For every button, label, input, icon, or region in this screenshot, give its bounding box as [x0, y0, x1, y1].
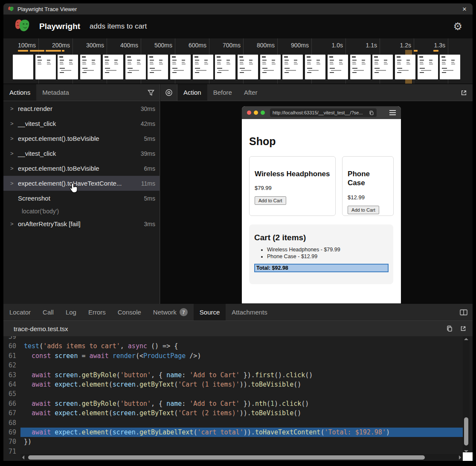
- timeline-frame-thumbnail[interactable]: [35, 55, 56, 79]
- code-text: await screen.getByRole('button', { name:…: [20, 399, 463, 408]
- code-line[interactable]: 71: [3, 447, 463, 454]
- action-row[interactable]: >expect.element().toBeVisible6ms: [3, 161, 160, 176]
- tab-errors[interactable]: Errors: [82, 304, 112, 320]
- tab-metadata[interactable]: Metadata: [36, 84, 75, 101]
- tab-log[interactable]: Log: [60, 304, 82, 320]
- tab-actions[interactable]: Actions: [3, 84, 36, 101]
- add-to-cart-button[interactable]: Add to Cart: [255, 196, 286, 205]
- timeline-frame-thumbnail[interactable]: [328, 55, 348, 79]
- timeline-frame-thumbnail[interactable]: [103, 55, 123, 79]
- line-number: 71: [3, 447, 20, 454]
- line-number: 68: [3, 418, 20, 428]
- pick-locator-target-icon[interactable]: [165, 89, 173, 96]
- action-label: onAfterRetryTask [fail]: [18, 220, 81, 227]
- timeline-frame-thumbnail[interactable]: [260, 55, 281, 79]
- source-file-bar: trace-demo.test.tsx: [3, 321, 473, 336]
- timeline-frame-thumbnail[interactable]: [282, 55, 303, 79]
- split-view-icon[interactable]: [460, 309, 467, 316]
- test-title: adds items to cart: [90, 22, 147, 31]
- action-label: expect.element().toBeVisible: [18, 135, 99, 142]
- vertical-scroll-thumb[interactable]: [464, 417, 468, 446]
- line-number: 64: [3, 380, 20, 389]
- code-line[interactable]: 64 await expect.element(screen.getByText…: [3, 380, 463, 389]
- timeline-frame-thumbnail[interactable]: [170, 55, 191, 79]
- tab-before[interactable]: Before: [207, 84, 238, 101]
- code-line[interactable]: 63 await screen.getByRole('button', { na…: [3, 370, 463, 380]
- browser-menu-icon[interactable]: [389, 109, 396, 116]
- action-row[interactable]: >__vitest_click42ms: [3, 116, 160, 131]
- timeline-frame-thumbnail[interactable]: [395, 55, 415, 79]
- action-duration: 5ms: [144, 135, 155, 142]
- code-line[interactable]: 69 await expect.element(screen.getByLabe…: [3, 428, 463, 437]
- action-row[interactable]: >onAfterRetryTask [fail]3ms: [3, 216, 160, 231]
- timeline-frame-thumbnail[interactable]: [193, 55, 213, 79]
- action-duration-bar: [30, 50, 44, 52]
- tab-after[interactable]: After: [238, 84, 264, 101]
- timeline-frame-thumbnail[interactable]: [215, 55, 235, 79]
- filter-icon[interactable]: [148, 90, 154, 96]
- timeline-frame-thumbnail[interactable]: [80, 55, 101, 79]
- timeline[interactable]: 100ms200ms300ms400ms500ms600ms700ms800ms…: [3, 38, 473, 84]
- action-label: react.render: [18, 105, 52, 112]
- code-line[interactable]: 66 await screen.getByRole('button', { na…: [3, 399, 463, 408]
- open-source-external-icon[interactable]: [460, 325, 467, 332]
- code-line[interactable]: 61 const screen = await render(<ProductP…: [3, 351, 463, 361]
- tab-attachments[interactable]: Attachments: [226, 304, 273, 320]
- tab-network[interactable]: Network7: [147, 304, 194, 320]
- source-code-view[interactable]: 5960test('adds items to cart', async () …: [3, 336, 463, 454]
- copy-source-icon[interactable]: [446, 325, 453, 332]
- action-row[interactable]: >__vitest_click39ms: [3, 146, 160, 161]
- app-header: Playwright adds items to cart ⚙: [3, 15, 473, 38]
- close-icon[interactable]: ✕: [461, 6, 468, 12]
- address-bar[interactable]: http://localhost:63315/__vitest_test__/?…: [270, 108, 377, 117]
- chevron-right-icon[interactable]: >: [10, 150, 18, 157]
- code-horizontal-scrollbar[interactable]: [20, 454, 463, 461]
- code-line[interactable]: 65: [3, 389, 463, 399]
- timeline-frame-thumbnail[interactable]: [305, 55, 325, 79]
- tab-call[interactable]: Call: [37, 304, 60, 320]
- tab-locator[interactable]: Locator: [3, 304, 37, 320]
- chevron-right-icon[interactable]: >: [10, 180, 18, 186]
- chevron-right-icon[interactable]: >: [10, 120, 18, 127]
- timeline-frame-thumbnail[interactable]: [13, 55, 33, 79]
- playwright-masks-icon: [8, 6, 14, 12]
- timeline-frame-thumbnail[interactable]: [58, 55, 78, 79]
- action-row[interactable]: >expect.element().toBeVisible5ms: [3, 131, 160, 146]
- chevron-right-icon[interactable]: >: [10, 135, 18, 142]
- code-line[interactable]: 60test('adds items to cart', async () =>…: [3, 341, 463, 351]
- code-line[interactable]: 68: [3, 418, 463, 428]
- open-external-icon[interactable]: [460, 89, 467, 96]
- action-row[interactable]: Screenshot5ms: [3, 191, 160, 206]
- timeline-frame-thumbnail[interactable]: [418, 55, 438, 79]
- tab-console[interactable]: Console: [112, 304, 147, 320]
- code-line[interactable]: 67 await expect.element(screen.getByText…: [3, 408, 463, 418]
- horizontal-scroll-thumb[interactable]: [28, 455, 425, 460]
- scroll-left-arrow[interactable]: [22, 455, 24, 460]
- timeline-frame-thumbnail[interactable]: [372, 55, 393, 79]
- product-name: Phone Case: [348, 169, 388, 188]
- timeline-frame-thumbnail[interactable]: [440, 55, 460, 79]
- action-duration: 5ms: [144, 195, 155, 202]
- timeline-frame-thumbnail[interactable]: [125, 55, 146, 79]
- mouse-cursor: [69, 183, 78, 194]
- add-to-cart-button[interactable]: Add to Cart: [348, 206, 379, 214]
- copy-url-icon[interactable]: [369, 110, 374, 116]
- chevron-right-icon[interactable]: >: [10, 105, 18, 112]
- tab-action[interactable]: Action: [177, 84, 207, 101]
- timeline-frame-thumbnail[interactable]: [238, 55, 258, 79]
- chevron-right-icon[interactable]: >: [10, 221, 18, 227]
- timeline-frame-thumbnail[interactable]: [148, 55, 168, 79]
- settings-gear-icon[interactable]: ⚙: [453, 21, 462, 32]
- action-row[interactable]: >react.render30ms: [3, 101, 160, 116]
- scroll-right-arrow[interactable]: [459, 455, 461, 460]
- action-row[interactable]: >expect.element().toHaveTextConte...11ms: [3, 176, 160, 191]
- tab-source[interactable]: Source: [194, 304, 226, 320]
- scroll-up-arrow[interactable]: [464, 338, 468, 340]
- chevron-right-icon[interactable]: >: [10, 165, 18, 172]
- code-line[interactable]: 59: [3, 336, 463, 341]
- code-vertical-scrollbar[interactable]: [463, 336, 470, 454]
- timeline-frame-thumbnail[interactable]: [350, 55, 371, 79]
- code-line[interactable]: 70}): [3, 437, 463, 446]
- snapshot-tabstrip: ActionBeforeAfter: [160, 84, 473, 101]
- code-line[interactable]: 62: [3, 361, 463, 370]
